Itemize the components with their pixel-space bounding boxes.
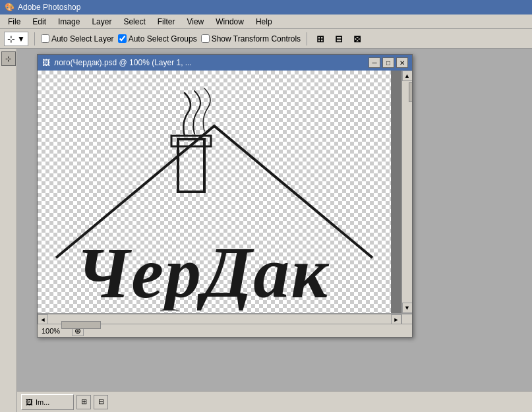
menu-select[interactable]: Select (118, 16, 150, 28)
logo-container: ЧерДак (38, 71, 391, 313)
menu-view[interactable]: View (181, 16, 209, 28)
align-btn-3[interactable]: ⊠ (350, 32, 365, 46)
show-transform-controls-label[interactable]: Show Transform Controls (201, 34, 301, 44)
document-controls: ─ □ ✕ (369, 57, 408, 68)
align-btn-1[interactable]: ⊞ (313, 32, 328, 46)
menu-window[interactable]: Window (210, 16, 249, 28)
document-title: лого(Чердак).psd @ 100% (Layer 1, ... (54, 58, 192, 67)
scrollbar-h-container: ◄ ► (38, 313, 412, 324)
main-area: ⊹ 🖼 лого(Чердак).psd @ 100% (Layer 1, ..… (0, 49, 532, 412)
menu-edit[interactable]: Edit (27, 16, 51, 28)
canvas-area: 🖼 лого(Чердак).psd @ 100% (Layer 1, ... … (17, 49, 532, 412)
move-tool-button[interactable]: ⊹ (1, 51, 16, 66)
logo-svg: ЧерДак (43, 73, 386, 310)
document-title-area: 🖼 лого(Чердак).psd @ 100% (Layer 1, ... (42, 58, 369, 67)
move-tool-icon: ⊹ (7, 34, 15, 44)
svg-text:ЧерДак: ЧерДак (76, 233, 330, 310)
options-toolbar: ⊹ ▼ Auto Select Layer Auto Select Groups… (0, 29, 532, 49)
document-minimize-button[interactable]: ─ (369, 57, 380, 68)
toolbar-separator-1 (34, 32, 35, 45)
document-content: ЧерДак ▲ ▼ (38, 71, 412, 313)
auto-select-groups-checkbox[interactable] (118, 34, 127, 43)
scroll-thumb-vertical[interactable] (409, 82, 413, 102)
auto-select-groups-text: Auto Select Groups (129, 34, 197, 44)
app-icon: 🎨 (4, 2, 15, 13)
app-title: Adobe Photoshop (18, 3, 80, 12)
menu-help[interactable]: Help (251, 16, 278, 28)
canvas-viewport[interactable]: ЧерДак (38, 71, 401, 313)
document-close-button[interactable]: ✕ (396, 57, 408, 68)
app-title-bar: 🎨 Adobe Photoshop (0, 0, 532, 15)
document-icon: 🖼 (42, 58, 51, 67)
taskbar-btn-1[interactable]: ⊞ (76, 395, 91, 409)
auto-select-layer-label[interactable]: Auto Select Layer (41, 34, 114, 44)
align-btn-2[interactable]: ⊟ (332, 32, 346, 46)
show-transform-controls-text: Show Transform Controls (212, 34, 301, 44)
taskbar-document-label: Im... (36, 398, 49, 406)
show-transform-controls-checkbox[interactable] (201, 34, 210, 43)
left-toolbar: ⊹ (0, 49, 17, 412)
toolbar-separator-2 (307, 32, 307, 45)
taskbar: 🖼 Im... ⊞ ⊟ (17, 391, 532, 412)
menu-filter[interactable]: Filter (152, 16, 181, 28)
document-maximize-button[interactable]: □ (382, 57, 394, 68)
menu-layer[interactable]: Layer (86, 16, 117, 28)
menu-bar: File Edit Image Layer Select Filter View… (0, 15, 532, 29)
menu-file[interactable]: File (3, 16, 26, 28)
scroll-up-button[interactable]: ▲ (402, 71, 413, 81)
vertical-scrollbar[interactable]: ▲ ▼ (401, 71, 412, 313)
move-tool-dropdown[interactable]: ⊹ ▼ (4, 32, 28, 46)
scroll-down-button[interactable]: ▼ (402, 303, 413, 313)
document-window: 🖼 лого(Чердак).psd @ 100% (Layer 1, ... … (37, 54, 413, 338)
dropdown-arrow: ▼ (17, 34, 25, 44)
scroll-thumb-horizontal[interactable] (61, 321, 101, 329)
taskbar-btn-2[interactable]: ⊟ (94, 395, 108, 409)
taskbar-document-item[interactable]: 🖼 Im... (21, 394, 74, 410)
auto-select-layer-checkbox[interactable] (41, 34, 49, 43)
auto-select-groups-label[interactable]: Auto Select Groups (118, 34, 197, 44)
document-titlebar[interactable]: 🖼 лого(Чердак).psd @ 100% (Layer 1, ... … (38, 55, 412, 71)
auto-select-layer-text: Auto Select Layer (51, 34, 114, 44)
menu-image[interactable]: Image (53, 16, 85, 28)
taskbar-document-icon: 🖼 (26, 398, 33, 406)
